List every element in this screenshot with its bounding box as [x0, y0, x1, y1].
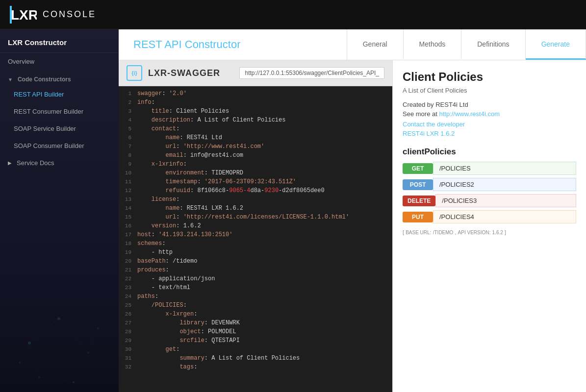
client-policies-subtitle: A List of Client Policies: [403, 87, 576, 94]
code-line: 18 schemes:: [119, 240, 392, 249]
top-header: LXR CONSOLE: [0, 0, 586, 29]
swagger-url-bar[interactable]: http://127.0.0.1:55306/swagger/ClientPol…: [239, 67, 384, 79]
code-line: 11 timestamp: '2017-06-23T09:32:43.511Z': [119, 178, 392, 187]
code-line: 10 environment: TIDEMOPRD: [119, 170, 392, 178]
endpoint-row-post: POST /POLICIES2: [403, 178, 576, 191]
rest-api-builder-label: REST API Builder: [14, 91, 64, 98]
right-panel: Client Policies A List of Client Policie…: [392, 60, 586, 392]
code-line: 12 refuuid: 8f1066c8-9065-4d8a-9230-d2df…: [119, 187, 392, 196]
sidebar-item-rest-api-builder[interactable]: REST API Builder: [0, 86, 119, 103]
sidebar: LXR Constructor Overview ▼ Code Construc…: [0, 29, 119, 392]
sidebar-item-overview[interactable]: Overview: [0, 53, 119, 70]
soap-consumer-builder-label: SOAP Consumer Builder: [14, 142, 84, 149]
code-editor[interactable]: 1 swagger: '2.0' 2 info: 3 title: Client…: [119, 86, 392, 392]
code-line: 31 summary: A List of Client Policies: [119, 355, 392, 364]
endpoint-path-put[interactable]: /POLICIES4: [433, 210, 576, 223]
code-line: 22 - application/json: [119, 275, 392, 284]
sidebar-item-soap-consumer-builder[interactable]: SOAP Consumer Builder: [0, 137, 119, 154]
sidebar-nav: Overview ▼ Code Constructors REST API Bu…: [0, 53, 119, 392]
console-label: CONSOLE: [43, 9, 96, 20]
tabs-section: General Methods Definitions Generate: [347, 29, 586, 60]
client-see-more-link[interactable]: http://www.rest4i.com: [439, 110, 500, 118]
swagger-container: {i} LXR-SWAGGER http://127.0.0.1:55306/s…: [119, 60, 586, 392]
logo-area: LXR CONSOLE: [10, 6, 96, 24]
endpoint-row-get: GET /POLICIES: [403, 162, 576, 175]
swagger-title: LXR-SWAGGER: [148, 68, 220, 78]
endpoint-path-get[interactable]: /POLICIES: [433, 162, 576, 175]
code-line: 19 - http: [119, 249, 392, 258]
code-line: 4 description: A List of Client Policies: [119, 117, 392, 125]
page-title: REST API Constructor: [133, 38, 332, 51]
svg-rect-2: [10, 6, 12, 24]
client-policies-section-title: clientPolicies: [403, 147, 576, 157]
code-line: 8 email: info@rest4i.com: [119, 152, 392, 161]
version-link[interactable]: REST4i LXR 1.6.2: [403, 130, 576, 137]
code-line: 32 tags:: [119, 364, 392, 372]
code-line: 2 info:: [119, 99, 392, 108]
client-policies-title: Client Policies: [403, 70, 576, 84]
code-line: 15 url: 'http://rest4i.com/licenses/LICE…: [119, 214, 392, 222]
swagger-header: {i} LXR-SWAGGER http://127.0.0.1:55306/s…: [119, 60, 392, 86]
code-line: 25 /POLICIES:: [119, 302, 392, 311]
code-line: 6 name: REST4i Ltd: [119, 134, 392, 143]
sidebar-item-code-constructors[interactable]: ▼ Code Constructors: [0, 70, 119, 86]
service-docs-label: Service Docs: [17, 159, 54, 167]
overview-label: Overview: [8, 58, 34, 65]
svg-text:LXR: LXR: [11, 7, 37, 23]
lxr-logo: LXR: [10, 6, 37, 24]
endpoint-path-post[interactable]: /POLICIES2: [433, 178, 576, 191]
sidebar-item-soap-service-builder[interactable]: SOAP Service Builder: [0, 120, 119, 137]
code-line: 24 paths:: [119, 293, 392, 302]
right-arrow-icon: ▶: [8, 160, 12, 166]
content-area: REST API Constructor General Methods Def…: [119, 29, 586, 392]
tab-generate[interactable]: Generate: [526, 29, 586, 60]
endpoint-row-put: PUT /POLICIES4: [403, 210, 576, 223]
code-line: 7 url: 'http://www.rest4i.com': [119, 143, 392, 152]
code-line: 30 get:: [119, 346, 392, 355]
contact-developer-link[interactable]: Contact the developer: [403, 121, 576, 128]
code-line: 28 object: POLMODEL: [119, 328, 392, 337]
tab-definitions[interactable]: Definitions: [461, 29, 525, 60]
method-badge-get[interactable]: GET: [403, 163, 433, 174]
base-url-text: [ BASE URL: /tidemo , API VERSION: 1.6.2…: [403, 229, 576, 235]
page-title-section: REST API Constructor: [119, 29, 347, 60]
client-created-by: Created by REST4i Ltd: [403, 101, 576, 108]
code-line: 3 title: Client Policies: [119, 108, 392, 117]
code-line: 20 basePath: /tidemo: [119, 258, 392, 267]
sidebar-title: LXR Constructor: [0, 29, 119, 53]
code-line: 27 library: DEVENWRK: [119, 319, 392, 328]
code-line: 26 x-lxrgen:: [119, 311, 392, 319]
method-badge-post[interactable]: POST: [403, 179, 433, 190]
code-line: 5 contact:: [119, 125, 392, 134]
code-panel: {i} LXR-SWAGGER http://127.0.0.1:55306/s…: [119, 60, 392, 392]
soap-service-builder-label: SOAP Service Builder: [14, 125, 76, 132]
endpoint-row-delete: DELETE /POLICIES3: [403, 194, 576, 207]
code-line: 17 host: '41.193.214.130:2510': [119, 231, 392, 240]
method-badge-put[interactable]: PUT: [403, 212, 433, 222]
tab-methods[interactable]: Methods: [404, 29, 462, 60]
client-see-more: See more at http://www.rest4i.com: [403, 110, 576, 118]
endpoint-path-delete[interactable]: /POLICIES3: [435, 194, 576, 207]
code-line: 13 license:: [119, 196, 392, 205]
main-layout: LXR Constructor Overview ▼ Code Construc…: [0, 29, 586, 392]
method-badge-delete[interactable]: DELETE: [403, 196, 435, 206]
code-line: 14 name: REST4i LXR 1.6.2: [119, 205, 392, 214]
rest-consumer-builder-label: REST Consumer Builder: [14, 108, 83, 115]
tab-general[interactable]: General: [347, 29, 404, 60]
code-line: 16 version: 1.6.2: [119, 222, 392, 231]
code-line: 21 produces:: [119, 267, 392, 275]
sidebar-item-rest-consumer-builder[interactable]: REST Consumer Builder: [0, 103, 119, 120]
swagger-icon: {i}: [127, 65, 142, 81]
code-line: 1 swagger: '2.0': [119, 90, 392, 99]
code-line: 29 srcfile: QTESTAPI: [119, 337, 392, 346]
code-line: 23 - text/html: [119, 284, 392, 293]
sidebar-item-service-docs[interactable]: ▶ Service Docs: [0, 154, 119, 172]
chevron-down-icon: ▼: [8, 77, 13, 82]
code-constructors-label: Code Constructors: [18, 76, 71, 83]
code-line: 9 x-lxrinfo:: [119, 161, 392, 170]
page-header: REST API Constructor General Methods Def…: [119, 29, 586, 60]
